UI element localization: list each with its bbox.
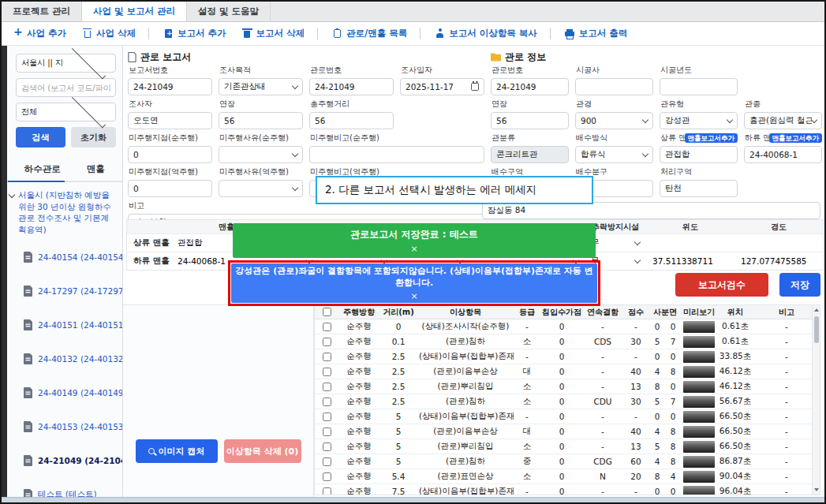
defect-table-row[interactable]: 순주행 2.5 (관로)뿌리침입 소 0 - 13 8 0 46.12초 - [315,379,820,394]
report-review-button[interactable]: 보고서검수 [675,273,768,297]
defect-table-row[interactable]: 순주행 5 (상태)이음부(접합부)존재 - 0 - - 0 0 66.50초 … [315,409,820,424]
preview-thumbnail[interactable] [683,351,715,363]
row-checkbox[interactable] [323,398,331,406]
report-list-item[interactable]: 24-40149 (24-40149) [16,376,116,410]
reset-button[interactable]: 초기화 [71,127,116,147]
defect-table-row[interactable]: 순주행 2.5 (관로)이음부손상 대 0 - 40 4 8 46.12초 - [315,364,820,379]
project-select[interactable]: 서울시 || 지반침하 예방을 위한 30년 [16,54,116,73]
defect-table-row[interactable]: 순주행 0 (상태)조사시작(순주행) - 0 - - 0 0 0.61초 - [315,319,820,334]
select-all-checkbox[interactable] [323,308,331,316]
main-tab[interactable]: 설정 및 도움말 [187,2,271,21]
survey-date-input[interactable]: 2025-11-17 [400,78,484,95]
scrollbar-thumb[interactable] [814,316,819,343]
row-checkbox[interactable] [323,323,331,331]
defect-table-row[interactable]: 순주행 2.5 (관로)침하 소 0 CDU 30 5 7 56.67초 - [315,394,820,409]
defect-table-row[interactable]: 순주행 5 (관로)이음부손상 대 0 - 40 4 8 66.50초 - [315,424,820,439]
pipe-kind-select[interactable]: 흄관(원심력 철근콘크리트 [744,112,822,129]
report-list-item[interactable]: 24-21049 (24-21049) [16,444,116,478]
preview-thumbnail[interactable] [683,471,715,483]
row-checkbox[interactable] [323,353,331,361]
defect-table-row[interactable]: 순주행 5.4 (관로)표면손상 소 0 N 20 8 4 90.04초 - [315,469,820,484]
defect-table-row[interactable]: 순주행 2.5 (상태)이음부(접합부)존재 - 0 - - 0 0 33.85… [315,349,820,364]
sidebar-tab[interactable]: 하수관로 [16,157,69,181]
diameter-select[interactable]: 900 [575,112,653,129]
skip-note-fwd-input[interactable] [309,146,484,163]
toast-close-button[interactable]: × [231,291,597,301]
sidebar-tab[interactable]: 맨홀 [69,157,123,181]
search-input[interactable] [16,78,116,97]
info-pipe-no-input[interactable]: 24-21049 [491,78,569,95]
preview-thumbnail[interactable] [683,411,715,423]
address-input[interactable]: 잠실동 84 [482,202,820,219]
pipe-no-input[interactable]: 24-21049 [309,78,394,95]
toolbar-button[interactable]: 사업 삭제 [74,28,149,39]
report-list-item[interactable]: 24-17297 (24-17297) [16,274,116,308]
report-list-item[interactable]: 테스트 (테스트) [16,478,116,497]
pipe-type-select[interactable]: 강성관 [660,112,738,129]
toolbar-button[interactable]: 보고서 추가 [155,28,234,39]
row-checkbox[interactable] [323,487,331,495]
report-list-item[interactable]: 24-40153 (24-40153) [16,410,116,444]
upstream-manhole-input[interactable]: 관접합 [660,146,738,163]
row-checkbox[interactable] [323,442,331,451]
toast-close-button[interactable]: × [233,244,596,254]
add-manhole-report-button[interactable]: 맨홀보고서추가 [769,133,823,144]
row-checkbox[interactable] [323,338,331,346]
preview-thumbnail[interactable] [683,366,715,378]
skip-reason-fwd-select[interactable] [219,146,303,163]
save-button[interactable]: 저장 [779,273,820,297]
extension-input[interactable]: 56 [219,112,303,129]
report-list-item[interactable]: 24-40132 (24-40132) [16,342,116,376]
add-manhole-report-button[interactable]: 맨홀보고서추가 [685,133,738,144]
toolbar-button[interactable]: 사업 추가 [5,28,74,39]
report-no-input[interactable]: 24-21049 [128,78,212,95]
preview-thumbnail[interactable] [683,486,715,496]
row-checkbox[interactable] [323,427,331,436]
defect-table-row[interactable]: 순주행 7.5 (상태)이음부(접합부)존재 - 0 - - 0 0 96.04… [315,484,820,495]
constructor-input[interactable] [575,78,653,95]
row-checkbox[interactable] [323,472,331,481]
total-distance-input[interactable]: 56 [309,112,394,129]
defect-table-row[interactable]: 순주행 5 (관로)뿌리침입 소 0 - 13 5 8 66.50초 - [315,439,820,454]
survey-purpose-select[interactable]: 기존관상태 [219,78,303,95]
preview-thumbnail[interactable] [683,456,715,468]
info-extension-input[interactable]: 56 [491,112,569,129]
row-checkbox[interactable] [323,383,331,391]
toolbar-button[interactable]: 관로/맨홀 목록 [324,28,420,39]
treatment-area-input[interactable]: 탄천 [660,180,738,197]
toolbar-button[interactable]: 보고서 이상항목 복사 [427,28,551,39]
skip-reason-rev-select[interactable] [219,180,303,197]
delete-defect-button[interactable]: 이상항목 삭제 (0) [224,439,301,463]
skip-point-rev-input[interactable]: 0 [128,180,212,197]
preview-thumbnail[interactable] [683,441,715,453]
skip-point-fwd-input[interactable]: 0 [128,146,212,163]
main-tab[interactable]: 사업 및 보고서 관리 [82,2,187,21]
tree-root-project[interactable]: 서울시 (지반침하 예방을 위한 30 년이상 원형하수관로 전수조사 및 기본… [6,182,116,241]
vertical-scrollbar[interactable] [812,305,820,495]
search-button[interactable]: 검색 [16,127,65,147]
preview-thumbnail[interactable] [683,381,715,393]
scroll-up-icon[interactable] [814,308,819,312]
toolbar-button[interactable]: 보고서 출력 [557,28,636,39]
filter-select[interactable]: 전체 [16,103,116,121]
surveyor-input[interactable]: 오도연 [128,112,212,129]
defect-table-row[interactable]: 순주행 0.1 (관로)침하 소 0 CDS 30 5 7 0.61초 - [315,334,820,349]
report-list-item[interactable]: 24-40154 (24-40154) [16,241,116,274]
row-checkbox[interactable] [323,413,331,421]
calendar-icon[interactable] [471,83,479,91]
preview-thumbnail[interactable] [683,396,715,408]
preview-thumbnail[interactable] [683,321,715,333]
preview-thumbnail[interactable] [683,336,715,348]
downstream-manhole-input[interactable]: 24-40068-1 [744,146,822,163]
report-list-item[interactable]: 24-40151 (24-40151) [16,308,116,342]
toolbar-button[interactable]: 보고서 삭제 [234,28,319,39]
row-checkbox[interactable] [323,368,331,376]
scroll-down-icon[interactable] [814,488,819,491]
image-capture-button[interactable]: 이미지 캡처 [136,439,218,463]
drainage-method-select[interactable]: 합류식 [575,146,653,163]
row-checkbox[interactable] [323,457,331,466]
preview-thumbnail[interactable] [683,426,715,438]
main-tab[interactable]: 프로젝트 관리 [2,2,82,21]
defect-table-row[interactable]: 순주행 5 (관로)침하 중 0 CDG 60 4 8 86.87초 - [315,454,820,469]
construction-year-input[interactable] [660,78,738,95]
